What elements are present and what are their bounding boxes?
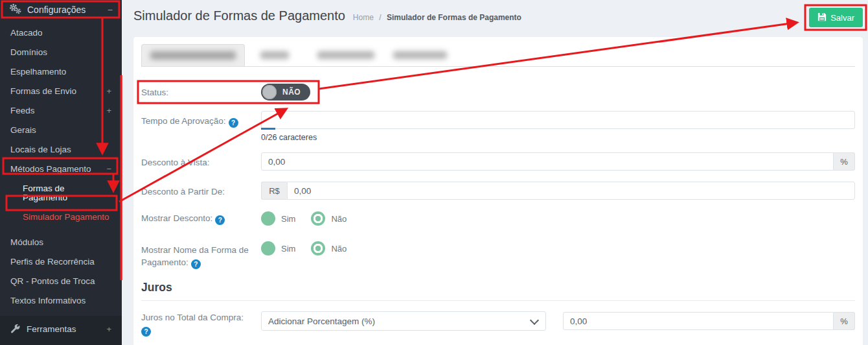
sidebar-item-modulos[interactable]: Módulos <box>0 233 122 252</box>
help-icon[interactable]: ? <box>191 259 201 269</box>
save-button[interactable]: Salvar <box>809 8 863 27</box>
toggle-knob-icon <box>262 85 277 99</box>
tab-redacted-2[interactable] <box>260 51 289 59</box>
help-icon[interactable]: ? <box>215 215 225 225</box>
plus-icon: + <box>106 325 111 334</box>
juros-total-label: Juros no Total da Compra: ? <box>141 311 261 337</box>
mostrar-desconto-radio-sim[interactable] <box>261 211 275 226</box>
juros-total-select[interactable]: Adicionar Porcentagem (%) <box>261 311 546 331</box>
minus-icon: − <box>108 5 113 15</box>
breadcrumb: Home / Simulador de Formas de Pagamento <box>353 13 521 22</box>
help-icon[interactable]: ? <box>229 118 238 128</box>
help-icon[interactable]: ? <box>141 327 151 337</box>
status-label: Status: <box>141 86 261 99</box>
mostrar-desconto-label: Mostrar Desconto:? <box>141 212 261 225</box>
char-counter-bar <box>261 128 275 130</box>
tempo-aprovacao-row: Tempo de Aprovação:? 0/26 caracteres <box>141 111 855 142</box>
tab-active-redacted[interactable] <box>141 44 245 66</box>
sidebar-item-formas-de-envio[interactable]: Formas de Envio+ <box>0 82 122 101</box>
juros-total-row: Juros no Total da Compra: ? Adicionar Po… <box>141 311 855 337</box>
desconto-vista-input[interactable] <box>261 152 834 171</box>
main-content: Simulador de Formas de Pagamento Home / … <box>122 0 868 345</box>
tab-bar <box>141 45 855 67</box>
juros-total-input[interactable] <box>563 312 834 330</box>
sidebar-item-gerais[interactable]: Gerais <box>0 121 122 140</box>
desconto-partir-input[interactable] <box>287 182 855 200</box>
mostrar-nome-radio-sim[interactable] <box>261 241 275 256</box>
tab-redacted-4[interactable] <box>393 51 447 59</box>
sidebar-item-configuracoes[interactable]: Configurações − <box>0 0 122 19</box>
gears-icon <box>9 3 21 16</box>
sidebar-item-dominios[interactable]: Domínios <box>0 43 122 62</box>
char-counter-text: 0/26 caracteres <box>261 133 855 142</box>
desconto-partir-row: Desconto à Partir De: R$ <box>141 182 855 200</box>
floppy-disk-icon <box>817 12 827 23</box>
juros-section-heading: Juros <box>141 281 855 301</box>
sidebar-item-atacado[interactable]: Atacado <box>0 23 122 43</box>
form-card: Status: NÃO Tempo de Aprovação:? 0/ <box>133 37 863 345</box>
sidebar-item-espelhamento[interactable]: Espelhamento <box>0 62 122 82</box>
breadcrumb-home[interactable]: Home <box>353 13 374 22</box>
percent-addon: % <box>834 312 855 330</box>
sidebar-item-locais-de-lojas[interactable]: Locais de Lojas <box>0 140 122 160</box>
tempo-aprovacao-input[interactable] <box>261 111 855 129</box>
page-header: Simulador de Formas de Pagamento Home / … <box>122 0 868 23</box>
mostrar-nome-radio-nao[interactable] <box>311 241 325 256</box>
save-button-label: Salvar <box>830 13 854 23</box>
sidebar: Configurações − Atacado Domínios Espelha… <box>0 0 122 345</box>
sidebar-item-perfis-de-recorrencia[interactable]: Perfis de Recorrência <box>0 252 122 272</box>
page-title: Simulador de Formas de Pagamento <box>133 8 345 23</box>
sidebar-item-ferramentas[interactable]: Ferramentas + <box>0 316 122 340</box>
sidebar-header-label: Configurações <box>27 5 86 15</box>
plus-icon: + <box>106 106 111 115</box>
desconto-vista-row: Desconto à Vista: % <box>141 152 855 171</box>
mostrar-nome-label: Mostrar Nome da Forma de Pagamento:? <box>141 240 261 269</box>
currency-addon: R$ <box>261 182 287 200</box>
wrench-icon <box>10 324 20 335</box>
tempo-aprovacao-label: Tempo de Aprovação:? <box>141 111 261 128</box>
sidebar-item-metodos-pagamento[interactable]: Métodos Pagamento− <box>0 160 122 179</box>
sidebar-menu: Atacado Domínios Espelhamento Formas de … <box>0 19 122 330</box>
mostrar-desconto-radio-nao[interactable] <box>311 211 325 226</box>
breadcrumb-current: Simulador de Formas de Pagamento <box>387 13 521 22</box>
minus-icon: − <box>106 165 111 174</box>
tab-redacted-3[interactable] <box>317 51 374 59</box>
toggle-state-label: NÃO <box>282 88 301 97</box>
desconto-partir-label: Desconto à Partir De: <box>141 182 261 198</box>
status-row: Status: NÃO <box>141 81 855 103</box>
sidebar-footer: Ferramentas + <box>0 316 122 345</box>
redacted-label <box>150 51 236 60</box>
mostrar-nome-row: Mostrar Nome da Forma de Pagamento:? Sim… <box>141 240 855 269</box>
juros-select-wrap: Adicionar Porcentagem (%) <box>261 311 546 331</box>
status-toggle[interactable]: NÃO <box>261 84 310 101</box>
desconto-vista-label: Desconto à Vista: <box>141 152 261 169</box>
percent-addon: % <box>834 152 855 171</box>
sidebar-item-qr-pontos-de-troca[interactable]: QR - Pontos de Troca <box>0 272 122 291</box>
sidebar-item-simulador-pagamento[interactable]: Simulador Pagamento <box>0 208 122 227</box>
plus-icon: + <box>106 87 111 96</box>
sidebar-item-formas-de-pagamento[interactable]: Formas de Pagamento <box>0 179 122 208</box>
sidebar-item-textos-informativos[interactable]: Textos Informativos <box>0 291 122 311</box>
sidebar-item-feeds[interactable]: Feeds+ <box>0 101 122 121</box>
mostrar-desconto-row: Mostrar Desconto:? Sim Não <box>141 211 855 226</box>
